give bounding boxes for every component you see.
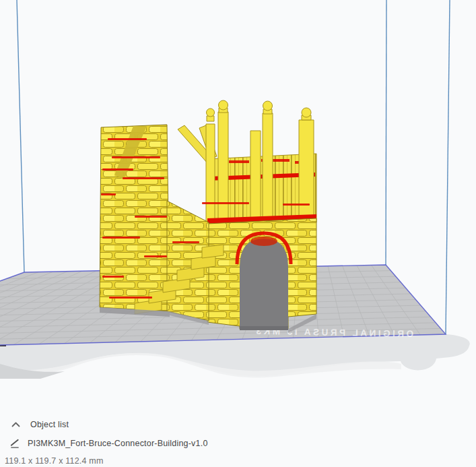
object-name: PI3MK3M_Fort-Bruce-Connector-Building-v1… (28, 439, 208, 448)
build-scene: ORIGINAL PRUSA i3 MK3 (0, 0, 476, 467)
pencil-icon[interactable] (9, 438, 20, 449)
model-fort-building[interactable] (100, 100, 316, 333)
arch-opening (240, 239, 288, 328)
object-list-panel: Object list PI3MK3M_Fort-Bruce-Connector… (0, 414, 283, 466)
object-dimensions: 119.1 x 119.7 x 112.4 mm (5, 456, 104, 466)
object-list-title: Object list (30, 420, 69, 429)
object-dimensions-row: 119.1 x 119.7 x 112.4 mm (5, 456, 283, 466)
object-list-item[interactable]: PI3MK3M_Fort-Bruce-Connector-Building-v1… (9, 438, 283, 449)
chevron-up-icon[interactable] (10, 419, 21, 430)
slicer-3d-viewport[interactable]: ORIGINAL PRUSA i3 MK3 (0, 0, 476, 467)
object-list-toggle[interactable]: Object list (10, 419, 283, 430)
